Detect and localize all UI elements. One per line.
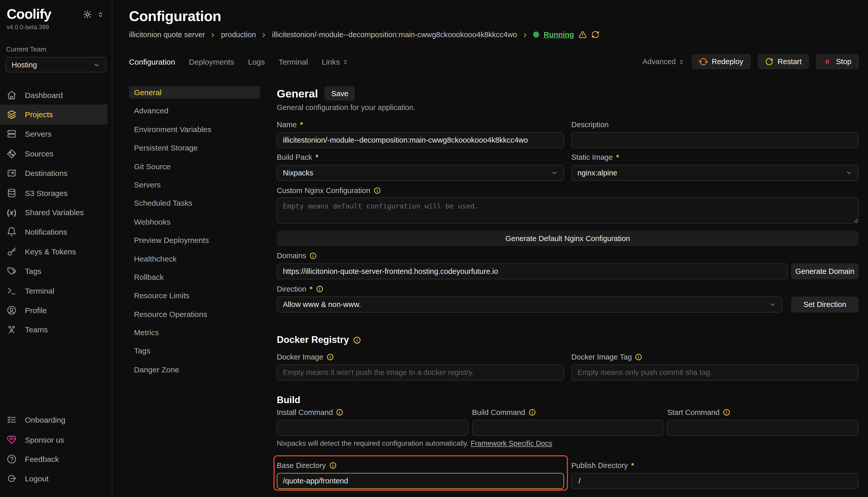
config-subnav: General Advanced Environment Variables P… [129, 86, 260, 489]
sidebar-item-keys-tokens[interactable]: Keys & Tokens [0, 242, 107, 261]
nginx-config-textarea[interactable] [277, 197, 858, 223]
subnav-rollback[interactable]: Rollback [129, 271, 260, 283]
breadcrumb-resource[interactable]: illicitestonion/-module--decomposition:m… [272, 30, 517, 39]
tab-links[interactable]: Links [322, 57, 349, 66]
sidebar-item-logout[interactable]: Logout [0, 469, 107, 488]
subnav-environment-variables[interactable]: Environment Variables [129, 123, 260, 136]
app-logo: Coolify [7, 7, 51, 21]
sidebar-item-shared-variables[interactable]: (x) Shared Variables [0, 203, 107, 222]
main-content: Configuration illicitonion quote server … [113, 0, 868, 497]
subnav-servers[interactable]: Servers [129, 179, 260, 191]
subnav-metrics[interactable]: Metrics [129, 326, 260, 339]
generate-domain-button[interactable]: Generate Domain [791, 264, 858, 280]
sidebar-item-destinations[interactable]: Destinations [0, 164, 107, 183]
tab-deployments[interactable]: Deployments [189, 57, 234, 66]
sidebar-item-feedback[interactable]: Feedback [0, 449, 107, 469]
layers-icon [7, 110, 17, 119]
sidebar-item-onboarding[interactable]: Onboarding [0, 410, 107, 429]
subnav-git-source[interactable]: Git Source [129, 160, 260, 172]
subnav-preview-deployments[interactable]: Preview Deployments [129, 234, 260, 246]
framework-docs-link[interactable]: Framework Specific Docs [471, 439, 552, 448]
tab-bar: Configuration Deployments Logs Terminal … [129, 54, 859, 69]
subnav-tags[interactable]: Tags [129, 345, 260, 357]
redeploy-button[interactable]: Redeploy [692, 54, 750, 69]
sidebar-item-sponsor[interactable]: Sponsor us [0, 430, 107, 449]
theme-sun-icon[interactable] [83, 10, 92, 19]
sidebar-item-label: Sources [25, 149, 53, 158]
team-select[interactable]: Hosting [6, 57, 107, 72]
heart-handshake-icon [7, 435, 17, 444]
domains-input[interactable] [277, 264, 788, 280]
sidebar-item-label: Shared Variables [25, 208, 84, 217]
breadcrumb-environment[interactable]: production [221, 30, 256, 39]
subnav-healthcheck[interactable]: Healthcheck [129, 253, 260, 265]
name-input[interactable] [277, 132, 564, 148]
subnav-webhooks[interactable]: Webhooks [129, 216, 260, 228]
current-team-label: Current Team [0, 30, 112, 53]
static-image-select[interactable]: nginx:alpine [571, 165, 858, 181]
info-icon [327, 353, 334, 360]
docker-image-input[interactable] [277, 365, 564, 381]
restart-button[interactable]: Restart [758, 54, 809, 69]
map-icon [7, 168, 17, 178]
stop-button[interactable]: Stop [816, 54, 859, 69]
direction-select[interactable]: Allow www & non-www. [277, 296, 782, 313]
sidebar-footer: Onboarding Sponsor us Feedback Logout [0, 410, 112, 497]
generate-nginx-button[interactable]: Generate Default Nginx Configuration [277, 230, 858, 246]
tab-configuration[interactable]: Configuration [129, 57, 175, 66]
subnav-general[interactable]: General [129, 86, 260, 98]
sidebar-item-teams[interactable]: Teams [0, 320, 107, 340]
subnav-advanced[interactable]: Advanced [129, 105, 260, 117]
refresh-icon[interactable] [591, 30, 599, 39]
info-icon [329, 462, 336, 469]
sidebar-item-terminal[interactable]: Terminal [0, 281, 107, 301]
docker-image-tag-input[interactable] [571, 365, 858, 381]
status-badge[interactable]: Running [543, 30, 574, 39]
sidebar-item-profile[interactable]: Profile [0, 301, 107, 320]
section-subtitle: General configuration for your applicati… [277, 103, 858, 112]
sidebar-item-sources[interactable]: Sources [0, 144, 107, 164]
redeploy-icon [697, 56, 709, 68]
sidebar-item-label: Teams [25, 325, 48, 335]
docker-image-tag-label: Docker Image Tag [571, 353, 858, 361]
users-icon [7, 325, 17, 335]
subnav-persistent-storage[interactable]: Persistent Storage [129, 142, 260, 154]
team-select-value: Hosting [12, 60, 37, 69]
publish-directory-input[interactable] [571, 473, 858, 489]
chevron-down-icon [769, 301, 776, 308]
docker-registry-heading: Docker Registry [277, 335, 858, 346]
sidebar-item-dashboard[interactable]: Dashboard [0, 85, 107, 105]
subnav-resource-operations[interactable]: Resource Operations [129, 308, 260, 320]
build-command-label: Build Command [472, 408, 663, 416]
server-icon [7, 129, 17, 139]
chevron-right-icon [209, 31, 217, 39]
subnav-danger-zone[interactable]: Danger Zone [129, 364, 260, 375]
build-command-input[interactable] [472, 420, 663, 436]
sidebar-item-servers[interactable]: Servers [0, 124, 107, 144]
subnav-scheduled-tasks[interactable]: Scheduled Tasks [129, 197, 260, 209]
subnav-resource-limits[interactable]: Resource Limits [129, 289, 260, 302]
build-pack-select[interactable]: Nixpacks [277, 165, 564, 181]
save-button[interactable]: Save [325, 86, 355, 101]
sidebar-item-label: Terminal [25, 286, 54, 295]
set-direction-button[interactable]: Set Direction [791, 296, 858, 313]
sidebar-item-s3-storages[interactable]: S3 Storages [0, 183, 107, 203]
bell-icon [7, 227, 17, 237]
sidebar-item-projects[interactable]: Projects [0, 105, 107, 124]
sidebar-item-notifications[interactable]: Notifications [0, 222, 107, 242]
sidebar-item-label: Tags [25, 267, 41, 276]
sidebar-item-tags[interactable]: Tags [0, 261, 107, 281]
start-command-input[interactable] [667, 420, 859, 436]
tab-terminal[interactable]: Terminal [279, 57, 308, 66]
home-icon [7, 90, 17, 100]
general-form: General Save General configuration for y… [277, 86, 858, 489]
description-input[interactable] [571, 132, 858, 148]
advanced-dropdown[interactable]: Advanced [643, 57, 685, 66]
theme-chevrons-icon[interactable] [97, 11, 104, 18]
tab-logs[interactable]: Logs [248, 57, 265, 66]
base-directory-input[interactable] [277, 473, 564, 489]
chevron-right-icon [261, 31, 268, 39]
install-command-input[interactable] [277, 420, 468, 436]
breadcrumb-project[interactable]: illicitonion quote server [129, 30, 205, 39]
app-version: v4.0.0-beta.399 [0, 21, 112, 30]
